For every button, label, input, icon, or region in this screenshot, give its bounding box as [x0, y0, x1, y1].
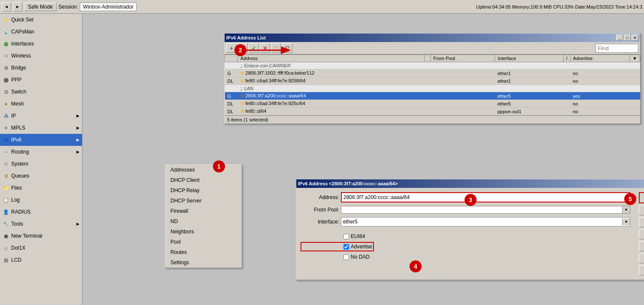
sidebar-item-lcd[interactable]: ▤ LCD — [0, 254, 82, 266]
remove-button[interactable]: Remove — [639, 265, 644, 275]
table-row[interactable]: DL ⊕ fe80::c6ad:34ff:fe7e:925c/64 ether5… — [225, 100, 640, 108]
sidebar-item-interfaces[interactable]: ▦ Interfaces — [0, 38, 82, 50]
sidebar-label-system: System — [11, 161, 28, 167]
quick-set-icon: ⚡ — [3, 16, 9, 23]
submenu-item-dhcp-relay[interactable]: DHCP Relay — [165, 185, 242, 196]
from-pool-select-container[interactable]: ▼ — [341, 206, 630, 214]
row-flag: DL — [225, 77, 238, 85]
find-input[interactable] — [595, 44, 638, 53]
advertise-label: Advertise — [351, 244, 372, 250]
col-address[interactable]: Address — [238, 55, 425, 62]
disable-button[interactable]: Disable — [639, 229, 644, 239]
table-row[interactable]: DL ⊕ fe80::d/64 pppoe-out1 no — [225, 108, 640, 115]
table-row: ;; Enlace-con-CARRIER — [225, 62, 640, 69]
from-pool-dropdown-arrow[interactable]: ▼ — [622, 206, 630, 213]
col-interface[interactable]: Interface — [495, 55, 563, 62]
interface-select-container[interactable]: ether5 ▼ — [341, 217, 630, 226]
row-advertise: no — [570, 77, 630, 85]
sidebar-item-tools[interactable]: 🔧 Tools ▶ — [0, 218, 82, 230]
add-button[interactable]: + — [226, 43, 237, 53]
tools-arrow-icon: ▶ — [76, 222, 79, 226]
sidebar-item-dot1x[interactable]: ◎ Dot1X — [0, 242, 82, 254]
sidebar-item-ipv6[interactable]: ⁂ IPv6 ▶ — [0, 134, 82, 146]
sidebar-item-bridge[interactable]: ⊞ Bridge — [0, 62, 82, 74]
no-dad-checkbox[interactable] — [343, 254, 349, 260]
maximize-button[interactable]: □ — [624, 35, 631, 41]
mpls-arrow-icon: ▶ — [76, 126, 79, 130]
annotation-5: 5 — [624, 193, 636, 205]
col-advertise[interactable]: Advertise — [570, 55, 630, 62]
advertise-checkbox[interactable] — [343, 244, 349, 250]
remove-toolbar-button[interactable]: − — [237, 43, 248, 53]
submenu-item-neighbors[interactable]: Neighbors — [165, 226, 242, 237]
cancel-button[interactable]: Cancel — [639, 205, 644, 215]
sidebar-item-radius[interactable]: 👤 RADIUS — [0, 206, 82, 218]
sidebar-item-queues[interactable]: ≣ Queues — [0, 170, 82, 182]
sidebar-item-wireless[interactable]: ≋ Wireless — [0, 50, 82, 62]
row-address: ⊕ fe80::d/64 — [238, 108, 425, 115]
sidebar-item-new-terminal[interactable]: ▣ New Terminal — [0, 230, 82, 242]
table-container: Address From Pool Interface / Advertise … — [225, 54, 640, 115]
safe-mode-button[interactable]: Safe Mode — [24, 3, 57, 11]
files-icon: 📁 — [3, 184, 9, 191]
submenu-item-pool[interactable]: Pool — [165, 237, 242, 247]
section-label: ;; LAN — [238, 85, 640, 92]
address-input[interactable] — [341, 192, 630, 202]
sidebar-item-files[interactable]: 📁 Files — [0, 182, 82, 194]
table-row[interactable]: G ⊕ 2806:3f7:1002::ffff:f0ca:bebe/112 et… — [225, 69, 640, 77]
sidebar-item-system[interactable]: ⚙ System — [0, 158, 82, 170]
row-address: ⊕ fe80::c6ad:34ff:fe7e:9258/64 — [238, 77, 425, 85]
row-advertise: no — [570, 100, 630, 108]
submenu-item-firewall[interactable]: Firewall — [165, 206, 242, 216]
addr-dialog-title: IPv6 Address <2806:3f7:a200:cccc::aaaa/6… — [298, 181, 644, 186]
copy-toolbar-button[interactable]: □ — [271, 43, 281, 53]
table-row-selected[interactable]: G ⊖ 2806:3f7:a200:cccc::aaaa/64 ether5 y… — [225, 92, 640, 100]
apply-button[interactable]: Apply — [639, 217, 644, 227]
row-address: ⊕ 2806:3f7:1002::ffff:f0ca:bebe/112 — [238, 69, 425, 77]
ok-button[interactable]: OK — [639, 192, 644, 203]
table-row[interactable]: DL ⊕ fe80::c6ad:34ff:fe7e:9258/64 ether1… — [225, 77, 640, 85]
section-label: ;; Enlace-con-CARRIER — [238, 62, 640, 69]
enable-button[interactable]: ✓ — [249, 43, 259, 53]
submenu-item-nd[interactable]: ND — [165, 216, 242, 226]
sidebar-item-ip[interactable]: ⁂ IP ▶ — [0, 110, 82, 122]
col-from-pool[interactable]: From Pool — [431, 55, 495, 62]
annotation-4: 4 — [410, 260, 422, 272]
submenu-item-settings[interactable]: Settings — [165, 257, 242, 268]
row-interface: ether1 — [495, 77, 563, 85]
filter-button[interactable]: ▽ — [282, 43, 292, 53]
sidebar-item-quick-set[interactable]: ⚡ Quick Set — [0, 14, 82, 26]
back-button[interactable]: ◄ — [2, 2, 11, 12]
sidebar-label-files: Files — [11, 185, 22, 191]
from-pool-value — [341, 208, 622, 211]
comment-button[interactable]: Comment — [639, 241, 644, 251]
submenu-item-addresses[interactable]: Addresses — [165, 165, 242, 175]
minimize-button[interactable]: _ — [616, 35, 623, 41]
eui64-row: EUI64 — [301, 233, 630, 239]
sidebar-item-capsman[interactable]: 📡 CAPsMan — [0, 26, 82, 38]
close-button[interactable]: ✕ — [632, 35, 638, 41]
top-bar: ◄ ► Safe Mode Session: Winbox-Administra… — [0, 0, 644, 14]
annotation-3: 3 — [465, 194, 477, 206]
dialog-right-buttons: OK Cancel Apply Disable Comment Copy Rem… — [635, 188, 644, 280]
col-dropdown[interactable]: ▼ — [630, 55, 640, 62]
interface-value: ether5 — [341, 217, 622, 226]
submenu-item-dhcp-server[interactable]: DHCP Server — [165, 196, 242, 206]
sidebar-item-mesh[interactable]: ● Mesh — [0, 98, 82, 110]
forward-button[interactable]: ► — [13, 2, 22, 12]
sidebar-item-mpls[interactable]: ≡ MPLS ▶ — [0, 122, 82, 134]
disable-toolbar-button[interactable]: ✕ — [260, 43, 270, 53]
sidebar-item-ppp[interactable]: ⬤ PPP — [0, 74, 82, 86]
submenu-item-dhcp-client[interactable]: DHCP Client — [165, 175, 242, 185]
sidebar-label-queues: Queues — [11, 173, 29, 179]
ipv6-submenu: Addresses DHCP Client DHCP Relay DHCP Se… — [165, 164, 242, 268]
sidebar-item-log[interactable]: 📋 Log — [0, 194, 82, 206]
sidebar-item-switch[interactable]: ⊟ Switch — [0, 86, 82, 98]
status-info: Uptime:04:34:05 Memory:100.9 MiB CPU:33%… — [476, 4, 642, 9]
submenu-item-routes[interactable]: Routes — [165, 247, 242, 257]
log-icon: 📋 — [3, 196, 9, 203]
sidebar-item-routing[interactable]: ↔ Routing ▶ — [0, 146, 82, 158]
copy-button[interactable]: Copy — [639, 253, 644, 263]
interface-dropdown-arrow[interactable]: ▼ — [622, 218, 630, 225]
eui64-checkbox[interactable] — [343, 234, 349, 239]
